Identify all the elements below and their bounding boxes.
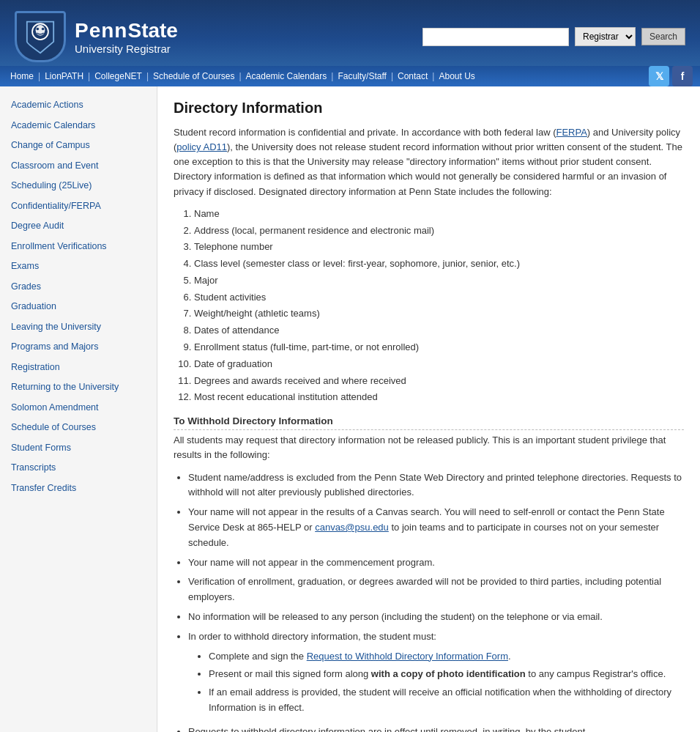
list-item: Your name will not appear in the commenc…	[188, 555, 684, 571]
sidebar-item-grades[interactable]: Grades	[0, 277, 157, 297]
nav-links: Home | LionPATH | CollegeNET | Schedule …	[7, 66, 478, 86]
nav-academic-calendars[interactable]: Academic Calendars	[243, 71, 330, 81]
list-item: Address (local, permanent residence and …	[194, 223, 684, 239]
registrar-subtitle: University Registrar	[75, 42, 178, 55]
sidebar-item-schedule-courses[interactable]: Schedule of Courses	[0, 418, 157, 438]
state-label: State	[127, 19, 177, 42]
sidebar-item-classroom-event[interactable]: Classroom and Event	[0, 156, 157, 177]
sidebar-item-confidentiality[interactable]: Confidentiality/FERPA	[0, 196, 157, 217]
svg-point-2	[37, 28, 40, 31]
social-icons: 𝕏 f	[649, 66, 693, 86]
nav-about-us[interactable]: About Us	[436, 71, 477, 81]
sidebar-item-transfer-credits[interactable]: Transfer Credits	[0, 478, 157, 499]
sidebar-item-enrollment-verifications[interactable]: Enrollment Verifications	[0, 237, 157, 257]
withhold-note: Requests to withhold directory informati…	[188, 725, 684, 732]
list-item: No information will be released to any p…	[188, 610, 684, 625]
nav-faculty-staff[interactable]: Faculty/Staff	[335, 71, 389, 81]
list-item: Dates of attendance	[194, 323, 684, 339]
sidebar-item-registration[interactable]: Registration	[0, 358, 157, 378]
nav-schedule-courses[interactable]: Schedule of Courses	[150, 71, 237, 81]
sidebar-item-solomon[interactable]: Solomon Amendment	[0, 398, 157, 418]
directory-items-list: Name Address (local, permanent residence…	[174, 207, 684, 406]
list-item: Your name will not appear in the results…	[188, 505, 684, 550]
withhold-form-link[interactable]: Request to Withhold Directory Informatio…	[307, 651, 508, 662]
list-item: Student name/address is excluded from th…	[188, 470, 684, 501]
site-title: PennState University Registrar	[75, 19, 178, 55]
header: PennState University Registrar Registrar…	[0, 0, 700, 66]
content-area: Directory Information Student record inf…	[157, 86, 700, 732]
sidebar-item-exams[interactable]: Exams	[0, 256, 157, 277]
search-input[interactable]	[422, 28, 569, 46]
list-item: Name	[194, 207, 684, 222]
nav-lionpath[interactable]: LionPATH	[42, 71, 86, 81]
list-item: Present or mail this signed form along w…	[209, 667, 684, 682]
sidebar-item-transcripts[interactable]: Transcripts	[0, 458, 157, 478]
list-item: Class level (semester class or level: fi…	[194, 256, 684, 272]
nav-home[interactable]: Home	[7, 71, 37, 81]
header-search-area: Registrar Search	[422, 27, 685, 46]
list-item: Verification of enrollment, graduation, …	[188, 574, 684, 605]
list-item: Student activities	[194, 290, 684, 306]
registrar-dropdown[interactable]: Registrar	[575, 27, 636, 46]
sidebar-item-student-forms[interactable]: Student Forms	[0, 438, 157, 459]
list-item: If an email address is provided, the stu…	[209, 685, 684, 716]
withhold-intro: All students may request that directory …	[174, 433, 684, 462]
policy-ad11-link[interactable]: policy AD11	[176, 141, 227, 152]
list-item: Enrollment status (full-time, part-time,…	[194, 340, 684, 355]
page-title: Directory Information	[174, 100, 684, 117]
list-item: Most recent educational institution atte…	[194, 390, 684, 405]
sidebar-item-change-of-campus[interactable]: Change of Campus	[0, 136, 157, 156]
sidebar-item-returning[interactable]: Returning to the University	[0, 377, 157, 398]
search-button[interactable]: Search	[641, 28, 685, 45]
list-item: Weight/height (athletic teams)	[194, 306, 684, 322]
sidebar-item-degree-audit[interactable]: Degree Audit	[0, 216, 157, 237]
penn-state-shield-logo	[15, 11, 66, 62]
list-item: Degrees and awards received and where re…	[194, 374, 684, 389]
withhold-heading: To Withhold Directory Information	[174, 415, 684, 430]
sidebar-item-academic-actions[interactable]: Academic Actions	[0, 95, 157, 116]
nav-collegenet[interactable]: CollegeNET	[92, 71, 145, 81]
sidebar-item-programs-majors[interactable]: Programs and Majors	[0, 337, 157, 358]
sidebar-item-graduation[interactable]: Graduation	[0, 297, 157, 317]
list-item: Date of graduation	[194, 357, 684, 372]
ferpa-link[interactable]: FERPA	[556, 127, 587, 138]
header-left: PennState University Registrar	[15, 11, 178, 62]
withhold-bullets-list: Student name/address is excluded from th…	[174, 470, 684, 716]
main-container: Academic Actions Academic Calendars Chan…	[0, 86, 700, 732]
list-item: Complete and sign the Request to Withhol…	[209, 649, 684, 665]
withhold-steps-list: Complete and sign the Request to Withhol…	[188, 649, 684, 716]
facebook-icon[interactable]: f	[672, 66, 693, 86]
penn-label: Penn	[75, 19, 127, 42]
sidebar: Academic Actions Academic Calendars Chan…	[0, 86, 157, 732]
canvas-email-link[interactable]: canvas@psu.edu	[315, 522, 389, 533]
sidebar-item-academic-calendars[interactable]: Academic Calendars	[0, 116, 157, 136]
withhold-note-list: Requests to withhold directory informati…	[174, 725, 684, 732]
sidebar-item-scheduling[interactable]: Scheduling (25Live)	[0, 176, 157, 196]
sidebar-item-leaving-university[interactable]: Leaving the University	[0, 317, 157, 338]
twitter-icon[interactable]: 𝕏	[649, 66, 669, 86]
svg-point-3	[42, 28, 45, 31]
nav-contact[interactable]: Contact	[395, 71, 431, 81]
navbar: Home | LionPATH | CollegeNET | Schedule …	[0, 66, 700, 86]
list-item: Telephone number	[194, 240, 684, 255]
intro-paragraph: Student record information is confidenti…	[174, 125, 684, 199]
list-item: In order to withhold directory informati…	[188, 629, 684, 716]
list-item: Major	[194, 273, 684, 289]
